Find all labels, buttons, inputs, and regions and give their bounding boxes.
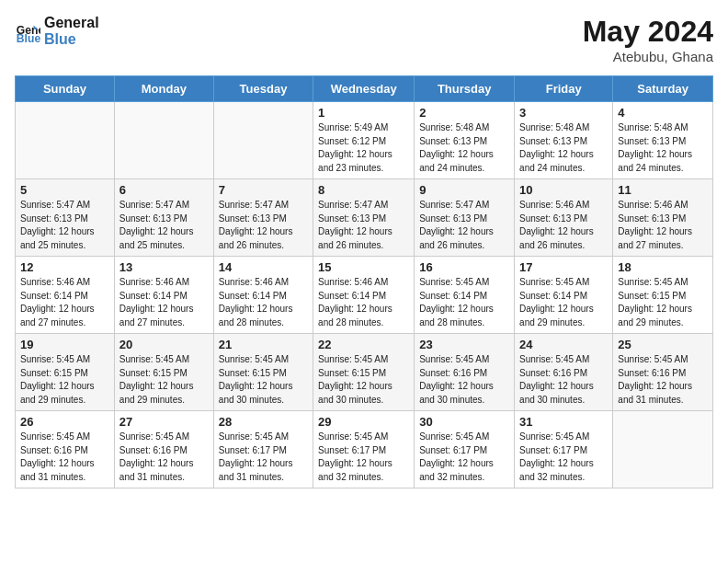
day-number: 29 bbox=[318, 415, 409, 429]
day-info: Sunrise: 5:45 AM Sunset: 6:15 PM Dayligh… bbox=[318, 353, 409, 407]
calendar-cell: 20Sunrise: 5:45 AM Sunset: 6:15 PM Dayli… bbox=[114, 334, 213, 411]
day-number: 25 bbox=[618, 338, 708, 351]
calendar-cell: 21Sunrise: 5:45 AM Sunset: 6:15 PM Dayli… bbox=[213, 334, 313, 411]
day-number: 14 bbox=[219, 260, 308, 274]
day-info: Sunrise: 5:46 AM Sunset: 6:13 PM Dayligh… bbox=[519, 199, 608, 252]
page-header: General Blue General Blue May 2024 Atebu… bbox=[15, 15, 713, 64]
day-number: 9 bbox=[419, 183, 509, 197]
day-info: Sunrise: 5:45 AM Sunset: 6:14 PM Dayligh… bbox=[519, 276, 608, 329]
day-number: 8 bbox=[318, 183, 409, 197]
day-info: Sunrise: 5:48 AM Sunset: 6:13 PM Dayligh… bbox=[618, 121, 708, 175]
col-tuesday: Tuesday bbox=[213, 76, 313, 102]
calendar-cell bbox=[213, 102, 313, 179]
calendar-cell: 24Sunrise: 5:45 AM Sunset: 6:16 PM Dayli… bbox=[515, 334, 613, 411]
day-info: Sunrise: 5:47 AM Sunset: 6:13 PM Dayligh… bbox=[219, 199, 308, 252]
calendar-cell: 28Sunrise: 5:45 AM Sunset: 6:17 PM Dayli… bbox=[213, 411, 313, 488]
day-info: Sunrise: 5:45 AM Sunset: 6:16 PM Dayligh… bbox=[519, 353, 608, 407]
logo-icon: General Blue bbox=[15, 18, 40, 44]
calendar-cell bbox=[613, 411, 713, 488]
day-number: 17 bbox=[519, 260, 608, 274]
calendar-cell: 15Sunrise: 5:46 AM Sunset: 6:14 PM Dayli… bbox=[313, 257, 415, 334]
logo: General Blue General Blue bbox=[15, 15, 99, 47]
calendar-table: Sunday Monday Tuesday Wednesday Thursday… bbox=[15, 75, 713, 488]
day-info: Sunrise: 5:46 AM Sunset: 6:14 PM Dayligh… bbox=[119, 276, 209, 329]
col-sunday: Sunday bbox=[16, 76, 115, 102]
calendar-cell bbox=[114, 102, 213, 179]
calendar-body: 1Sunrise: 5:49 AM Sunset: 6:12 PM Daylig… bbox=[16, 102, 713, 488]
col-thursday: Thursday bbox=[415, 76, 515, 102]
day-info: Sunrise: 5:46 AM Sunset: 6:14 PM Dayligh… bbox=[318, 276, 409, 329]
calendar-header-row: Sunday Monday Tuesday Wednesday Thursday… bbox=[16, 76, 713, 102]
day-info: Sunrise: 5:45 AM Sunset: 6:17 PM Dayligh… bbox=[419, 431, 509, 484]
calendar-cell: 25Sunrise: 5:45 AM Sunset: 6:16 PM Dayli… bbox=[613, 334, 713, 411]
calendar-cell: 22Sunrise: 5:45 AM Sunset: 6:15 PM Dayli… bbox=[313, 334, 415, 411]
day-info: Sunrise: 5:47 AM Sunset: 6:13 PM Dayligh… bbox=[419, 199, 509, 252]
calendar-cell: 26Sunrise: 5:45 AM Sunset: 6:16 PM Dayli… bbox=[16, 411, 115, 488]
calendar-cell: 7Sunrise: 5:47 AM Sunset: 6:13 PM Daylig… bbox=[213, 179, 313, 257]
col-monday: Monday bbox=[114, 76, 213, 102]
col-friday: Friday bbox=[515, 76, 613, 102]
day-info: Sunrise: 5:45 AM Sunset: 6:15 PM Dayligh… bbox=[119, 353, 209, 407]
month-year-title: May 2024 bbox=[583, 15, 713, 49]
location-subtitle: Atebubu, Ghana bbox=[583, 49, 713, 64]
calendar-cell: 30Sunrise: 5:45 AM Sunset: 6:17 PM Dayli… bbox=[415, 411, 515, 488]
logo-text-general: General bbox=[44, 15, 99, 31]
calendar-cell: 2Sunrise: 5:48 AM Sunset: 6:13 PM Daylig… bbox=[415, 102, 515, 179]
calendar-week-1: 1Sunrise: 5:49 AM Sunset: 6:12 PM Daylig… bbox=[16, 102, 713, 179]
day-number: 28 bbox=[219, 415, 308, 429]
calendar-cell: 1Sunrise: 5:49 AM Sunset: 6:12 PM Daylig… bbox=[313, 102, 415, 179]
day-number: 1 bbox=[318, 106, 409, 120]
calendar-cell: 11Sunrise: 5:46 AM Sunset: 6:13 PM Dayli… bbox=[613, 179, 713, 257]
svg-text:Blue: Blue bbox=[17, 32, 40, 44]
day-number: 2 bbox=[419, 106, 509, 120]
day-number: 22 bbox=[318, 338, 409, 351]
calendar-cell: 5Sunrise: 5:47 AM Sunset: 6:13 PM Daylig… bbox=[16, 179, 115, 257]
day-number: 18 bbox=[618, 260, 708, 274]
day-number: 3 bbox=[519, 106, 608, 120]
day-info: Sunrise: 5:46 AM Sunset: 6:14 PM Dayligh… bbox=[219, 276, 308, 329]
day-number: 27 bbox=[119, 415, 209, 429]
day-number: 4 bbox=[618, 106, 708, 120]
calendar-week-2: 5Sunrise: 5:47 AM Sunset: 6:13 PM Daylig… bbox=[16, 179, 713, 257]
calendar-cell: 23Sunrise: 5:45 AM Sunset: 6:16 PM Dayli… bbox=[415, 334, 515, 411]
col-saturday: Saturday bbox=[613, 76, 713, 102]
day-info: Sunrise: 5:45 AM Sunset: 6:15 PM Dayligh… bbox=[618, 276, 708, 329]
logo-text-blue: Blue bbox=[44, 31, 99, 48]
title-block: May 2024 Atebubu, Ghana bbox=[583, 15, 713, 64]
day-info: Sunrise: 5:45 AM Sunset: 6:16 PM Dayligh… bbox=[119, 431, 209, 484]
calendar-cell: 3Sunrise: 5:48 AM Sunset: 6:13 PM Daylig… bbox=[515, 102, 613, 179]
day-info: Sunrise: 5:47 AM Sunset: 6:13 PM Dayligh… bbox=[20, 199, 109, 252]
day-info: Sunrise: 5:47 AM Sunset: 6:13 PM Dayligh… bbox=[318, 199, 409, 252]
day-number: 16 bbox=[419, 260, 509, 274]
day-number: 21 bbox=[219, 338, 308, 351]
calendar-cell: 17Sunrise: 5:45 AM Sunset: 6:14 PM Dayli… bbox=[515, 257, 613, 334]
day-number: 24 bbox=[519, 338, 608, 351]
day-info: Sunrise: 5:48 AM Sunset: 6:13 PM Dayligh… bbox=[419, 121, 509, 175]
calendar-cell: 9Sunrise: 5:47 AM Sunset: 6:13 PM Daylig… bbox=[415, 179, 515, 257]
calendar-week-4: 19Sunrise: 5:45 AM Sunset: 6:15 PM Dayli… bbox=[16, 334, 713, 411]
day-info: Sunrise: 5:46 AM Sunset: 6:13 PM Dayligh… bbox=[618, 199, 708, 252]
day-number: 30 bbox=[419, 415, 509, 429]
day-number: 6 bbox=[119, 183, 209, 197]
calendar-week-3: 12Sunrise: 5:46 AM Sunset: 6:14 PM Dayli… bbox=[16, 257, 713, 334]
calendar-cell: 6Sunrise: 5:47 AM Sunset: 6:13 PM Daylig… bbox=[114, 179, 213, 257]
day-info: Sunrise: 5:45 AM Sunset: 6:17 PM Dayligh… bbox=[219, 431, 308, 484]
calendar-cell: 10Sunrise: 5:46 AM Sunset: 6:13 PM Dayli… bbox=[515, 179, 613, 257]
day-number: 11 bbox=[618, 183, 708, 197]
day-number: 19 bbox=[20, 338, 109, 351]
day-number: 15 bbox=[318, 260, 409, 274]
day-number: 23 bbox=[419, 338, 509, 351]
calendar-cell: 4Sunrise: 5:48 AM Sunset: 6:13 PM Daylig… bbox=[613, 102, 713, 179]
day-info: Sunrise: 5:49 AM Sunset: 6:12 PM Dayligh… bbox=[318, 121, 409, 175]
day-info: Sunrise: 5:45 AM Sunset: 6:17 PM Dayligh… bbox=[519, 431, 608, 484]
day-number: 5 bbox=[20, 183, 109, 197]
day-info: Sunrise: 5:45 AM Sunset: 6:17 PM Dayligh… bbox=[318, 431, 409, 484]
col-wednesday: Wednesday bbox=[313, 76, 415, 102]
calendar-week-5: 26Sunrise: 5:45 AM Sunset: 6:16 PM Dayli… bbox=[16, 411, 713, 488]
calendar-cell: 18Sunrise: 5:45 AM Sunset: 6:15 PM Dayli… bbox=[613, 257, 713, 334]
day-number: 7 bbox=[219, 183, 308, 197]
calendar-cell: 12Sunrise: 5:46 AM Sunset: 6:14 PM Dayli… bbox=[16, 257, 115, 334]
day-info: Sunrise: 5:45 AM Sunset: 6:14 PM Dayligh… bbox=[419, 276, 509, 329]
calendar-cell: 14Sunrise: 5:46 AM Sunset: 6:14 PM Dayli… bbox=[213, 257, 313, 334]
day-info: Sunrise: 5:45 AM Sunset: 6:16 PM Dayligh… bbox=[419, 353, 509, 407]
